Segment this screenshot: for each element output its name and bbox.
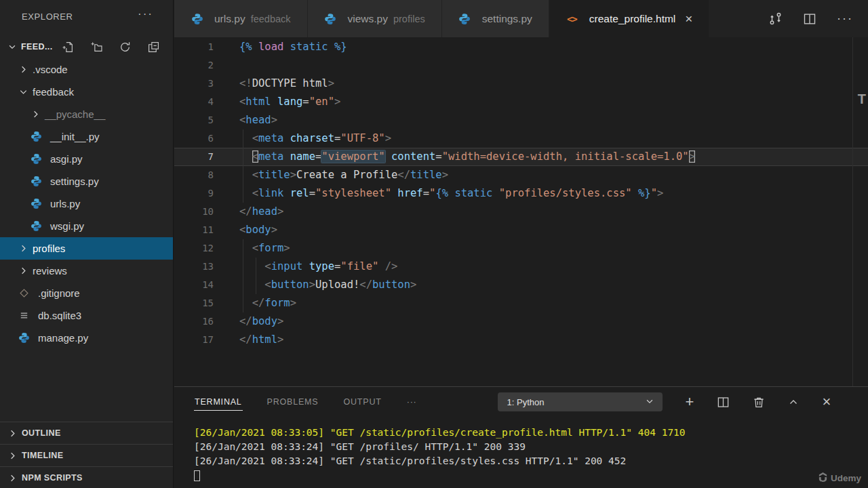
token: name bbox=[290, 150, 315, 163]
line-number: 6 bbox=[174, 129, 222, 148]
code-line-6[interactable]: 6 <meta charset="UTF-8"> bbox=[174, 129, 868, 148]
code-line-16[interactable]: 16</body> bbox=[174, 312, 868, 331]
code-line-3[interactable]: 3<!DOCTYPE html> bbox=[174, 75, 868, 93]
explorer-item-feedback[interactable]: feedback bbox=[0, 81, 173, 103]
maximize-panel-icon[interactable] bbox=[788, 396, 799, 407]
tab-create-profile-html[interactable]: <> create_profile.html × bbox=[549, 0, 709, 37]
code-line-9[interactable]: 9 <link rel="stylesheet" href="{% static… bbox=[174, 184, 868, 203]
item-label: db.sqlite3 bbox=[38, 310, 81, 321]
tab-settings-py[interactable]: settings.py bbox=[442, 0, 549, 37]
code-line-14[interactable]: 14 <button>Upload!</button> bbox=[174, 276, 868, 294]
open-changes-icon[interactable] bbox=[768, 12, 783, 26]
indent-guide bbox=[243, 258, 243, 276]
token: > bbox=[277, 333, 283, 346]
explorer-item-wsgi-py[interactable]: wsgi.py bbox=[0, 215, 173, 237]
collapse-all-icon[interactable] bbox=[148, 41, 159, 53]
section-timeline[interactable]: TIMELINE bbox=[0, 444, 173, 466]
explorer-item-vscode[interactable]: .vscode bbox=[0, 58, 173, 81]
explorer-item-asgi-py[interactable]: asgi.py bbox=[0, 148, 173, 170]
python-icon bbox=[30, 131, 43, 142]
tab-urls-py[interactable]: urls.py feedback bbox=[174, 0, 307, 37]
close-icon[interactable]: × bbox=[685, 12, 692, 25]
explorer-sidebar: EXPLORER ··· FEED... bbox=[0, 0, 174, 488]
explorer-item-pycache[interactable]: __pycache__ bbox=[0, 103, 173, 125]
tab-views-py[interactable]: views.py profiles bbox=[308, 0, 441, 37]
token: < bbox=[252, 242, 258, 254]
token: > bbox=[334, 96, 340, 108]
tab-problems[interactable]: PROBLEMS bbox=[267, 394, 319, 410]
token bbox=[239, 132, 252, 144]
code-line-11[interactable]: 11<body> bbox=[174, 221, 868, 239]
scrollbar[interactable] bbox=[852, 37, 853, 386]
item-label: __pycache__ bbox=[45, 108, 105, 120]
python-icon bbox=[18, 332, 31, 344]
token bbox=[385, 150, 391, 163]
code-line-7[interactable]: 7 <meta name="viewport" content="width=d… bbox=[174, 148, 868, 166]
split-terminal-icon[interactable] bbox=[717, 396, 730, 409]
panel-more-icon[interactable]: ··· bbox=[406, 396, 418, 407]
tab-output[interactable]: OUTPUT bbox=[342, 394, 382, 410]
code-line-17[interactable]: 17</html> bbox=[174, 331, 868, 349]
code-line-10[interactable]: 10</head> bbox=[174, 203, 868, 221]
python-icon bbox=[191, 13, 203, 24]
token: load bbox=[258, 41, 283, 53]
split-editor-icon[interactable] bbox=[803, 12, 816, 26]
code-line-5[interactable]: 5<head> bbox=[174, 111, 868, 129]
token bbox=[492, 187, 498, 199]
code-text: </body> bbox=[222, 312, 283, 331]
indent-guide bbox=[256, 258, 256, 276]
explorer-item-db-sqlite3[interactable]: db.sqlite3 bbox=[0, 304, 173, 327]
code-line-12[interactable]: 12 <form> bbox=[174, 239, 868, 258]
item-label: __init__.py bbox=[50, 131, 100, 142]
explorer-item-gitignore[interactable]: .gitignore bbox=[0, 282, 173, 304]
more-actions-icon[interactable]: ··· bbox=[837, 16, 853, 22]
python-icon bbox=[324, 13, 337, 24]
token: Create a Profile bbox=[296, 169, 397, 181]
section-outline[interactable]: OUTLINE bbox=[0, 422, 173, 444]
token: rel bbox=[290, 187, 309, 199]
token: > bbox=[271, 114, 277, 126]
code-line-8[interactable]: 8 <title>Create a Profile</title> bbox=[174, 166, 868, 184]
line-number: 15 bbox=[174, 294, 222, 312]
explorer-item-profiles[interactable]: profiles bbox=[0, 237, 173, 260]
code-line-4[interactable]: 4<html lang="en"> bbox=[174, 93, 868, 111]
new-folder-icon[interactable] bbox=[91, 41, 102, 53]
token: > bbox=[290, 297, 296, 309]
workspace-section-header[interactable]: FEED... bbox=[0, 37, 173, 57]
explorer-item-init-py[interactable]: __init__.py bbox=[0, 125, 173, 148]
explorer-more-icon[interactable]: ··· bbox=[138, 7, 153, 21]
token: > bbox=[442, 169, 448, 181]
new-file-icon[interactable] bbox=[62, 41, 74, 53]
explorer-item-settings-py[interactable]: settings.py bbox=[0, 170, 173, 192]
code-line-15[interactable]: 15 </form> bbox=[174, 294, 868, 312]
section-label: OUTLINE bbox=[22, 428, 61, 438]
token: > bbox=[290, 169, 296, 181]
code-text: </head> bbox=[222, 203, 283, 221]
kill-terminal-icon[interactable] bbox=[753, 396, 765, 408]
code-line-13[interactable]: 13 <input type="file" /> bbox=[174, 258, 868, 276]
explorer-item-manage-py[interactable]: manage.py bbox=[0, 327, 173, 349]
token: static bbox=[454, 187, 492, 199]
close-panel-icon[interactable]: × bbox=[822, 394, 831, 409]
tab-terminal[interactable]: TERMINAL bbox=[194, 394, 243, 411]
explorer-title: EXPLORER bbox=[22, 12, 73, 22]
code-editor[interactable]: 1{% load static %}23<!DOCTYPE html>4<htm… bbox=[174, 37, 868, 386]
code-line-1[interactable]: 1{% load static %} bbox=[174, 38, 868, 56]
token: < bbox=[252, 169, 258, 181]
section-npm-scripts[interactable]: NPM SCRIPTS bbox=[0, 466, 173, 488]
token: head bbox=[252, 205, 277, 218]
terminal-shell-select[interactable]: 1: Python bbox=[498, 392, 663, 411]
code-line-2[interactable]: 2 bbox=[174, 56, 868, 75]
token bbox=[302, 260, 309, 272]
code-text: <!DOCTYPE html> bbox=[222, 75, 334, 93]
item-label: manage.py bbox=[38, 332, 88, 344]
token: = bbox=[334, 260, 340, 272]
item-label: asgi.py bbox=[50, 153, 83, 165]
refresh-icon[interactable] bbox=[119, 41, 131, 53]
explorer-item-urls-py[interactable]: urls.py bbox=[0, 192, 173, 215]
explorer-item-reviews[interactable]: reviews bbox=[0, 260, 173, 282]
terminal-output[interactable]: [26/Jan/2021 08:33:05] "GET /static/prof… bbox=[174, 417, 868, 485]
token: </ bbox=[239, 315, 252, 327]
new-terminal-icon[interactable]: + bbox=[686, 394, 694, 409]
watermark: Udemy bbox=[818, 472, 861, 485]
